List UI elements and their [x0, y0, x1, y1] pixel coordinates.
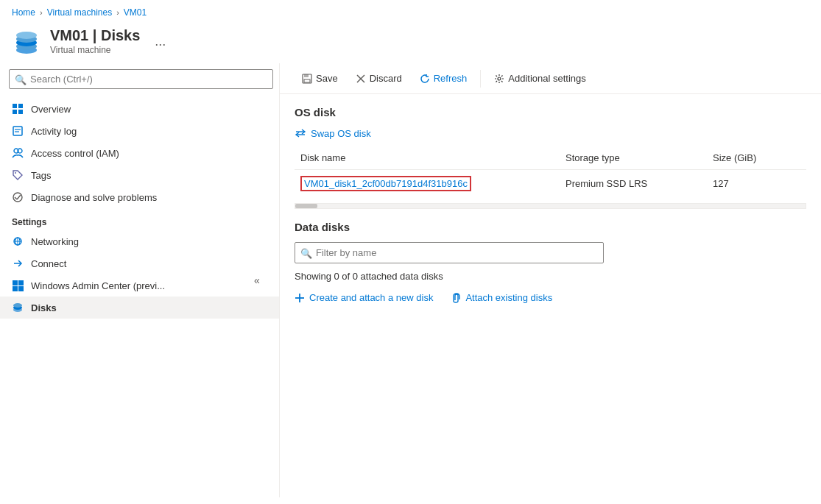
table-scrollbar[interactable] [295, 203, 806, 209]
refresh-icon [420, 74, 430, 84]
disks-icon [12, 302, 24, 313]
data-disks-title: Data disks [295, 221, 806, 233]
os-disk-title: OS disk [295, 106, 806, 118]
svg-rect-24 [18, 280, 24, 285]
connect-icon [12, 258, 24, 269]
svg-point-35 [498, 77, 501, 80]
windows-admin-label: Windows Admin Center (previ... [31, 280, 165, 291]
vm-subtitle: Virtual machine [50, 45, 140, 55]
sidebar-item-tags[interactable]: Tags [0, 164, 279, 186]
tags-icon [12, 169, 24, 181]
additional-settings-label: Additional settings [508, 73, 586, 84]
diagnose-icon [12, 191, 24, 203]
breadcrumb-vms[interactable]: Virtual machines [47, 7, 113, 18]
activity-log-icon [12, 125, 24, 137]
search-input[interactable] [9, 69, 273, 89]
vm-icon [12, 26, 41, 56]
overview-icon [12, 103, 24, 115]
os-disk-name-cell: VM01_disk1_2cf00db7191d4f31b916c [295, 170, 560, 198]
col-storage-type: Storage type [560, 149, 707, 170]
os-disk-table: Disk name Storage type Size (GiB) VM01_d… [295, 149, 806, 197]
access-control-icon [12, 147, 24, 159]
breadcrumb-sep2: › [116, 8, 119, 17]
additional-settings-button[interactable]: Additional settings [487, 69, 593, 88]
access-control-label: Access control (IAM) [31, 148, 119, 159]
showing-text: Showing 0 of 0 attached data disks [295, 271, 806, 282]
svg-rect-26 [18, 286, 24, 291]
tags-label: Tags [31, 170, 51, 181]
svg-rect-6 [18, 104, 23, 108]
attach-existing-label: Attach existing disks [465, 292, 552, 303]
filter-input[interactable] [295, 242, 604, 263]
nav-list: Overview Activity log Access control (IA… [0, 95, 279, 497]
scrollbar-thumb [295, 204, 317, 208]
os-disk-section: OS disk Swap OS disk Disk name Storage t… [295, 106, 806, 209]
svg-rect-7 [13, 110, 17, 114]
save-label: Save [316, 73, 338, 84]
save-button[interactable]: Save [295, 69, 345, 88]
filter-box: 🔍 [295, 242, 806, 263]
content-area: Save Discard Refresh Additional settings… [280, 63, 821, 497]
col-size: Size (GiB) [707, 149, 806, 170]
svg-rect-23 [13, 280, 18, 285]
vm-title: VM01 | Disks [50, 27, 140, 44]
data-disks-section: Data disks 🔍 Showing 0 of 0 attached dat… [295, 221, 806, 303]
swap-os-disk-button[interactable]: Swap OS disk [295, 127, 806, 139]
discard-label: Discard [370, 73, 402, 84]
svg-rect-25 [13, 286, 18, 291]
vm-title-area: VM01 | Disks Virtual machine [50, 27, 140, 55]
sidebar-item-diagnose[interactable]: Diagnose and solve problems [0, 186, 279, 208]
svg-point-4 [16, 32, 37, 39]
os-disk-size: 127 [707, 170, 806, 198]
breadcrumb-current[interactable]: VM01 [124, 7, 147, 18]
settings-icon [494, 74, 504, 84]
create-attach-label: Create and attach a new disk [309, 292, 433, 303]
disks-label: Disks [31, 302, 57, 313]
sidebar-item-windows-admin[interactable]: Windows Admin Center (previ... [0, 274, 279, 297]
sidebar-item-activity-log[interactable]: Activity log [0, 120, 279, 142]
breadcrumb-sep1: › [40, 8, 43, 17]
collapse-sidebar-button[interactable]: « [247, 270, 267, 291]
activity-log-label: Activity log [31, 126, 77, 137]
plus-icon [295, 293, 305, 303]
refresh-button[interactable]: Refresh [412, 69, 475, 88]
sidebar: 🔍 « Overview Activity log [0, 63, 280, 497]
os-disk-link[interactable]: VM01_disk1_2cf00db7191d4f31b916c [300, 176, 471, 191]
content-body: OS disk Swap OS disk Disk name Storage t… [280, 94, 821, 497]
overview-label: Overview [31, 104, 71, 115]
svg-rect-9 [13, 127, 22, 135]
discard-button[interactable]: Discard [348, 69, 409, 88]
svg-point-14 [15, 172, 16, 174]
attach-icon [451, 293, 461, 303]
swap-icon [295, 127, 306, 139]
swap-os-disk-label: Swap OS disk [311, 128, 371, 139]
action-links: Create and attach a new disk Attach exis… [295, 292, 806, 303]
networking-icon [12, 235, 24, 247]
svg-rect-31 [304, 74, 309, 77]
sidebar-item-connect[interactable]: Connect [0, 252, 279, 274]
sidebar-item-networking[interactable]: Networking [0, 230, 279, 252]
search-row: 🔍 « [0, 63, 279, 95]
col-disk-name: Disk name [295, 149, 560, 170]
create-attach-button[interactable]: Create and attach a new disk [295, 292, 433, 303]
svg-rect-8 [18, 110, 23, 114]
sidebar-item-disks[interactable]: Disks [0, 297, 279, 319]
windows-admin-icon [12, 280, 24, 291]
search-icon: 🔍 [15, 74, 27, 85]
vm-header: VM01 | Disks Virtual machine ... [0, 22, 821, 63]
svg-point-15 [13, 193, 22, 202]
vm-more-button[interactable]: ... [155, 34, 166, 49]
sidebar-item-access-control[interactable]: Access control (IAM) [0, 142, 279, 164]
attach-existing-button[interactable]: Attach existing disks [451, 292, 552, 303]
sidebar-item-overview[interactable]: Overview [0, 98, 279, 120]
os-disk-row: VM01_disk1_2cf00db7191d4f31b916c Premium… [295, 170, 806, 198]
toolbar-divider [480, 70, 481, 88]
svg-rect-32 [304, 79, 310, 82]
discard-icon [356, 74, 366, 84]
main-layout: 🔍 « Overview Activity log [0, 63, 821, 497]
filter-icon: 🔍 [300, 247, 312, 258]
breadcrumb-home[interactable]: Home [12, 7, 35, 18]
svg-point-29 [13, 303, 22, 308]
connect-label: Connect [31, 258, 66, 269]
save-icon [302, 74, 312, 84]
